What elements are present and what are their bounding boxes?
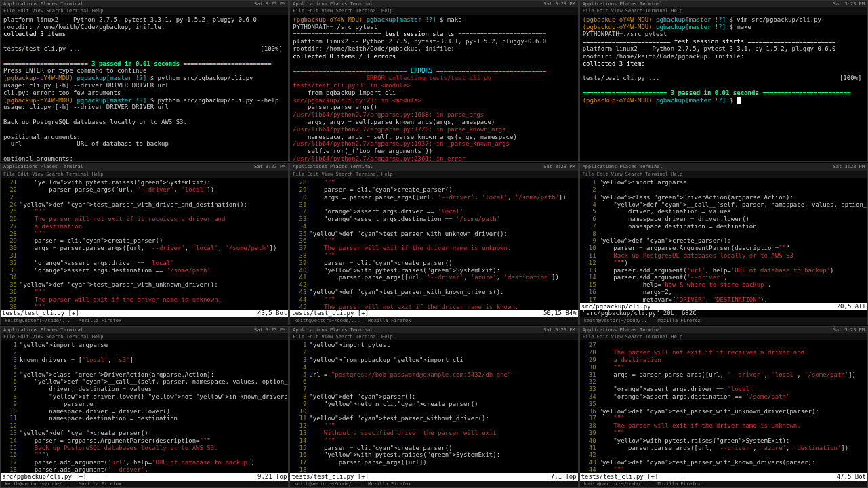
vim-panel-5: Applications Places TerminalSat 3:23 PM … [289,163,578,325]
gnome-top-bar: Applications Places TerminalSat 3:23 PM [580,1,867,7]
gnome-top-bar: Applications Places TerminalSat 3:23 PM [290,163,577,170]
vim-panel-6: Applications Places TerminalSat 3:23 PM … [579,163,868,325]
vim-panel-9: Applications Places TerminalSat 3:23 PM … [579,326,868,488]
vim-statusline: src/pgbackup/cli.py20,5 All [580,303,867,310]
taskbar-item[interactable]: keith@vector:~/code/... [581,481,653,487]
taskbar[interactable]: keith@vector:~/code/...Mozilla Firefox [580,317,867,324]
vim-buffer[interactable]: 28 """ 29 parser = cli."cyan">create_par… [290,178,577,310]
terminal-output[interactable]: (pgbackup-oY4W-MDU) pgbackup[master !?] … [290,15,577,162]
vim-statusline: tests/test_cli.py [+]47,5 Bot [580,473,867,481]
taskbar-item[interactable]: Mozilla Firefox [655,317,703,324]
panel-grid: Applications Places TerminalSat 3:23 PM … [0,0,868,488]
vim-panel-8: Applications Places TerminalSat 3:23 PM … [289,326,578,488]
terminal-menubar[interactable]: File Edit View Search Terminal Help [1,333,288,340]
taskbar[interactable]: keith@vector:~/code/...Mozilla Firefox [1,481,288,487]
terminal-menubar[interactable]: File Edit View Search Terminal Help [290,171,577,178]
gnome-top-bar: Applications Places TerminalSat 3:23 PM [290,327,577,333]
terminal-panel-2: Applications Places TerminalSat 3:23 PM … [289,0,578,162]
vim-statusline: tests/test_cli.py [+]50,15 84% [290,310,577,317]
gnome-top-bar: Applications Places TerminalSat 3:23 PM [1,327,288,333]
vim-buffer[interactable]: 1"yellow">import argparse 2 3"yellow">cl… [580,178,867,303]
taskbar[interactable]: keith@vector:~/code/...Mozilla Firefox [580,481,867,487]
terminal-panel-1: Applications Places TerminalSat 3:23 PM … [0,0,289,162]
terminal-menubar[interactable]: File Edit View Search Terminal Help [580,171,867,178]
vim-buffer[interactable]: 21 "yellow">with pytest.raises("green">S… [1,178,288,310]
vim-statusline: tests/test_cli.py [+]43,5 Bot [1,310,288,317]
terminal-output[interactable]: (pgbackup-oY4W-MDU) pgbackup[master !?] … [580,15,867,162]
vim-info: "src/pgbackup/cli.py" 20L, 682C [580,310,867,317]
vim-panel-7: Applications Places TerminalSat 3:23 PM … [0,326,289,488]
gnome-top-bar: Applications Places TerminalSat 3:23 PM [580,327,867,333]
taskbar-item[interactable]: keith@vector:~/code/... [2,317,73,324]
vim-buffer[interactable]: 27 28 The parser will not exit if it rec… [580,340,867,472]
terminal-menubar[interactable]: File Edit View Search Terminal Help [1,171,288,178]
taskbar-item[interactable]: Mozilla Firefox [76,481,124,487]
vim-statusline: src/pgbackup/cli.py [+]9,21 Top [1,473,288,481]
terminal-menubar[interactable]: File Edit View Search Terminal Help [290,7,577,14]
taskbar[interactable]: keith@vector:~/code/...Mozilla Firefox [290,481,577,487]
cursor-block [737,97,740,104]
taskbar[interactable]: keith@vector:~/code/...Mozilla Firefox [290,317,577,324]
taskbar-item[interactable]: Mozilla Firefox [655,481,703,487]
terminal-menubar[interactable]: File Edit View Search Terminal Help [290,333,577,340]
taskbar-item[interactable]: Mozilla Firefox [365,317,413,324]
taskbar-item[interactable]: keith@vector:~/code/... [581,317,653,324]
terminal-output[interactable]: platform linux2 -- Python 2.7.5, pytest-… [1,15,288,162]
gnome-top-bar: Applications Places TerminalSat 3:23 PM [290,1,577,7]
taskbar-item[interactable]: keith@vector:~/code/... [291,481,363,487]
terminal-menubar[interactable]: File Edit View Search Terminal Help [580,7,867,14]
terminal-menubar[interactable]: File Edit View Search Terminal Help [1,7,288,14]
gnome-top-bar: Applications Places TerminalSat 3:23 PM [580,163,867,170]
vim-statusline: tests/test_cli.py [+]7,1 Top [290,473,577,481]
vim-panel-4: Applications Places TerminalSat 3:23 PM … [0,163,289,325]
gnome-top-bar: Applications Places TerminalSat 3:23 PM [1,1,288,7]
gnome-top-bar: Applications Places TerminalSat 3:23 PM [1,163,288,170]
taskbar[interactable]: keith@vector:~/code/...Mozilla Firefox [1,317,288,324]
taskbar-item[interactable]: Mozilla Firefox [76,317,124,324]
taskbar-item[interactable]: Mozilla Firefox [365,481,413,487]
terminal-menubar[interactable]: File Edit View Search Terminal Help [580,333,867,340]
terminal-panel-3: Applications Places TerminalSat 3:23 PM … [579,0,868,162]
vim-buffer[interactable]: 1"yellow">import pytest 2 3"yellow">from… [290,340,577,472]
taskbar-item[interactable]: keith@vector:~/code/... [291,317,363,324]
vim-buffer[interactable]: 1"yellow">import argparse 2 3known_drive… [1,340,288,472]
taskbar-item[interactable]: keith@vector:~/code/... [2,481,73,487]
